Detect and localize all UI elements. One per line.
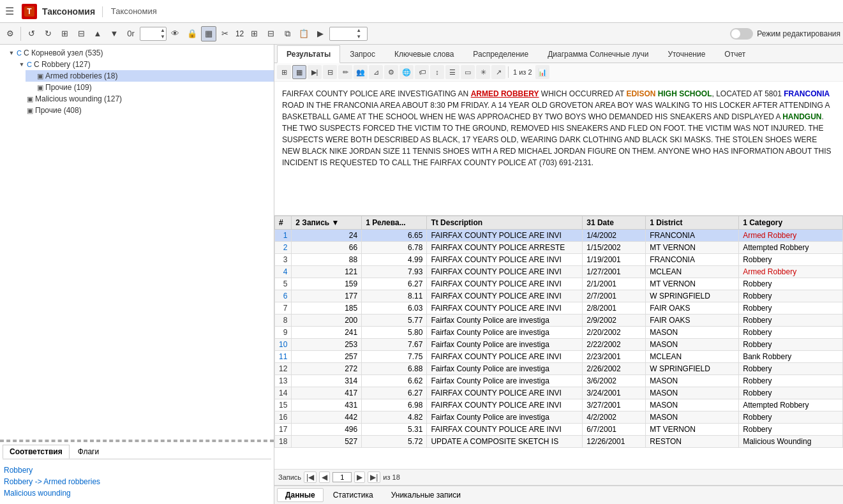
page-last-btn[interactable]: ▶| [368,471,380,483]
malicious-expand-icon[interactable] [18,95,26,103]
tree-prochie-2[interactable]: ▣ Прочие (408) [15,105,274,116]
table-row[interactable]: 13 314 6.62 Fairfax County Police are in… [275,375,843,387]
tb-btn-extra[interactable]: ⊟ [263,26,278,41]
tb-settings-btn[interactable]: ⚙ [3,26,18,41]
tb-run-btn[interactable]: ▶ [313,26,328,41]
tb-number-input[interactable]: 12 ▲ ▼ [140,27,167,41]
tb-scissors-btn[interactable]: ✂ [218,26,233,41]
table-row[interactable]: 1 24 6.65 FAIRFAX COUNTY POLICE ARE INVI… [275,230,843,242]
table-row[interactable]: 15 431 6.98 FAIRFAX COUNTY POLICE ARE IN… [275,399,843,411]
sub-tb-play[interactable]: ▶| [308,65,322,79]
table-row[interactable]: 9 241 5.80 Fairfax County Police are inv… [275,327,843,339]
th-record[interactable]: 2 Запись ▼ [292,216,362,230]
tb-zero-btn[interactable]: 0r [123,26,138,41]
tb-paste-btn[interactable]: 📋 [296,26,311,41]
sub-tb-tag[interactable]: 🏷 [415,65,429,79]
matches-tab-flags[interactable]: Флаги [71,445,106,459]
tb-grid-btn[interactable]: ▦ [201,26,216,41]
edit-mode-switch[interactable] [730,28,753,40]
bottom-tab-stats[interactable]: Статистика [325,488,382,502]
tb-up-btn[interactable]: ▲ [90,26,105,41]
sub-tb-arrow[interactable]: ↗ [491,65,505,79]
tb-redo-btn[interactable]: ↻ [40,26,56,41]
sub-tb-table[interactable]: ⊞ [277,65,291,79]
root-expand-icon[interactable]: ▼ [8,49,15,57]
table-row[interactable]: 6 177 8.11 FAIRFAX COUNTY POLICE ARE INV… [275,290,843,302]
tree-robbery[interactable]: ▼ С С Robbery (127) [15,59,274,70]
th-district[interactable]: 1 District [646,216,739,230]
sub-tb-filter[interactable]: ⊿ [369,65,383,79]
match-item-robbery-armed[interactable]: Robbery -> Armed robberies [4,476,270,487]
table-row[interactable]: 7 185 6.03 FAIRFAX COUNTY POLICE ARE INV… [275,302,843,315]
sub-tb-list[interactable]: ☰ [445,65,459,79]
match-item-malicious[interactable]: Malicious wounding [4,487,270,499]
hamburger-menu[interactable]: ☰ [5,5,14,17]
tb-refresh-btn[interactable]: ↺ [24,26,39,41]
th-description[interactable]: Tt Description [427,216,583,230]
robbery-expand-icon[interactable]: ▼ [18,61,26,68]
sub-tb-asterisk[interactable]: ✳ [476,65,490,79]
matches-tab-soответствия[interactable]: Соответствия [3,445,70,459]
table-row[interactable]: 8 200 5.77 Fairfax County Police are inv… [275,315,843,327]
table-row[interactable]: 10 253 7.67 Fairfax County Police are in… [275,339,843,351]
sub-tb-barChart[interactable]: 📊 [535,65,549,79]
table-row[interactable]: 11 257 7.75 FAIRFAX COUNTY POLICE ARE IN… [275,351,843,363]
page-next-btn[interactable]: ▶ [354,471,365,483]
page-first-btn[interactable]: |◀ [304,471,317,483]
table-row[interactable]: 14 417 6.27 FAIRFAX COUNTY POLICE ARE IN… [275,387,843,399]
sub-tb-globe[interactable]: 🌐 [399,65,414,79]
tb-counter-down[interactable]: ▼ [355,34,362,40]
tab-report[interactable]: Отчет [715,45,755,63]
table-row[interactable]: 16 442 4.82 Fairfax County Police are in… [275,411,843,424]
armed-expand-icon[interactable] [28,72,36,80]
tab-results[interactable]: Результаты [277,45,340,63]
tab-distribution[interactable]: Распределение [463,45,538,63]
match-item-robbery[interactable]: Robbery [4,464,270,476]
table-row[interactable]: 5 159 6.27 FAIRFAX COUNTY POLICE ARE INV… [275,278,843,290]
table-row[interactable]: 3 88 4.99 FAIRFAX COUNTY POLICE ARE INVI… [275,254,843,266]
tab-sunburst[interactable]: Диаграмма Солнечные лучи [538,45,658,63]
tb-number-field[interactable]: 12 [140,29,160,38]
tb-down-btn[interactable]: ▼ [107,26,122,41]
tab-query[interactable]: Запрос [340,45,385,63]
tb-btn-3[interactable]: ⊞ [57,26,72,41]
table-row[interactable]: 18 527 5.72 UPDATE A COMPOSITE SKETCH IS… [275,436,843,448]
th-relevance[interactable]: 1 Релева... [362,216,427,230]
tb-copy-btn[interactable]: ⧉ [280,26,295,41]
tb-lock-btn[interactable]: 🔒 [184,26,200,41]
tb-counter-box[interactable]: 0 ▲ ▼ [329,27,368,41]
tb-filter-btn[interactable]: ⊞ [246,26,262,41]
sub-tb-sort[interactable]: ↕ [430,65,444,79]
bottom-tab-data[interactable]: Данные [277,488,324,502]
tb-counter-field[interactable]: 0 [330,29,355,38]
sub-tb-grid2[interactable]: ⊟ [323,65,337,79]
table-row[interactable]: 12 272 6.88 Fairfax County Police are in… [275,363,843,375]
tb-counter-up[interactable]: ▲ [355,27,362,34]
th-date[interactable]: 31 Date [583,216,646,230]
bottom-tab-unique[interactable]: Уникальные записи [383,488,469,502]
sub-tb-chart[interactable]: ▦ [292,65,306,79]
table-row[interactable]: 4 121 7.93 FAIRFAX COUNTY POLICE ARE INV… [275,266,843,278]
table-row[interactable]: 17 496 5.31 FAIRFAX COUNTY POLICE ARE IN… [275,424,843,436]
app-tab[interactable]: Таксономия [111,6,157,16]
tree-root[interactable]: ▼ С С Корневой узел (535) [5,47,274,59]
tree-prochie-1[interactable]: ▣ Прочие (109) [26,82,274,93]
edit-mode-toggle[interactable]: Режим редактирования [730,28,840,40]
page-current-input[interactable] [332,472,352,482]
sub-tb-gear[interactable]: ⚙ [384,65,398,79]
prochie1-expand-icon[interactable] [28,84,36,91]
sub-tb-rect[interactable]: ▭ [461,65,475,79]
table-row[interactable]: 2 66 6.78 FAIRFAX COUNTY POLICE ARRESTE … [275,242,843,254]
page-prev-btn[interactable]: ◀ [319,471,330,483]
tb-eye-btn[interactable]: 👁 [168,26,183,41]
tb-number-up[interactable]: ▲ [160,27,166,34]
sub-tb-edit[interactable]: ✏ [338,65,352,79]
tb-number-down[interactable]: ▼ [160,34,166,40]
tab-refinement[interactable]: Уточнение [658,45,715,63]
sub-tb-people[interactable]: 👥 [354,65,368,79]
tb-btn-4[interactable]: ⊟ [73,26,89,41]
tab-keywords[interactable]: Ключевые слова [385,45,463,63]
prochie2-expand-icon[interactable] [18,107,26,114]
tree-armed-robberies[interactable]: ▣ Armed robberies (18) [26,70,274,82]
tree-malicious-wounding[interactable]: ▣ Malicious wounding (127) [15,93,274,105]
